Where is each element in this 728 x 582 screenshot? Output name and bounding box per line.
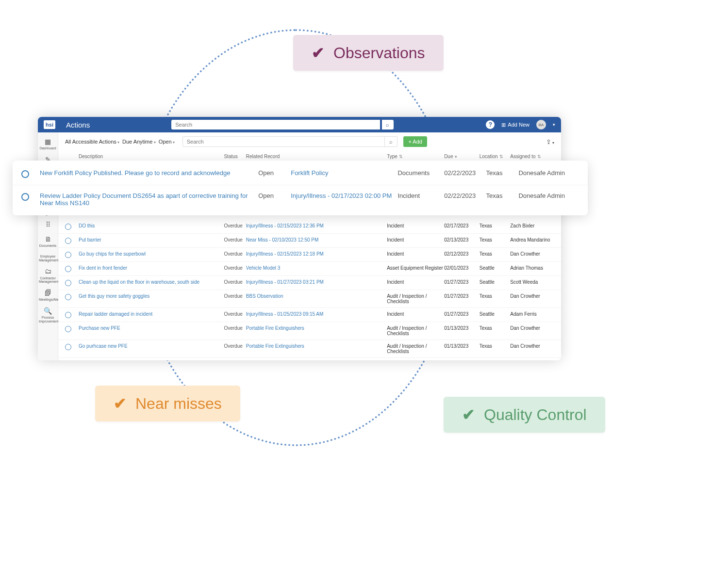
topbar-search-button[interactable]: ⌕: [382, 120, 394, 129]
table-row[interactable]: Repair ladder damaged in incident Overdu…: [58, 308, 561, 322]
check-icon: ✔: [462, 405, 475, 424]
row-location: Seattle: [480, 311, 511, 317]
row-assigned: Donesafe Admin: [518, 192, 579, 199]
table-row[interactable]: DO this Overdue Injury/Illness - 02/15/2…: [58, 220, 561, 234]
filters-search-container: ⌕: [182, 136, 398, 147]
table-row[interactable]: Fix dent in front fender Overdue Vehicle…: [58, 262, 561, 276]
row-description[interactable]: Go purhcase new PFE: [79, 343, 224, 349]
sidebar-icon: 🗐: [39, 290, 57, 297]
row-status-toggle[interactable]: [65, 312, 71, 318]
row-status-toggle[interactable]: [65, 266, 71, 272]
add-button[interactable]: + Add: [403, 136, 427, 147]
sort-icon[interactable]: ⇅: [399, 154, 403, 159]
add-new-button[interactable]: ⊞ Add New: [501, 122, 529, 128]
row-related[interactable]: Near Miss - 02/10/2023 12:50 PM: [246, 237, 387, 242]
table-row[interactable]: Go purhcase new PFE Overdue Portable Fir…: [58, 340, 561, 358]
table-row[interactable]: Clean up the liquid on the floor in ware…: [58, 276, 561, 290]
row-status-toggle[interactable]: [65, 280, 71, 286]
sidebar-label: Meetings/Alert: [39, 298, 61, 301]
sidebar-label: Documents: [39, 244, 56, 247]
filter-due-anytime[interactable]: Due Anytime: [122, 139, 156, 145]
th-type[interactable]: Type ⇅: [387, 154, 444, 159]
row-assigned: Dan Crowther: [510, 343, 554, 349]
row-status: Overdue: [224, 223, 246, 228]
topbar-search-input[interactable]: [171, 120, 380, 129]
row-type: Incident: [397, 192, 444, 199]
filter-all-accessible[interactable]: All Accessible Actions: [65, 139, 119, 145]
row-status: Overdue: [224, 343, 246, 349]
row-assigned: Adam Ferris: [510, 311, 554, 317]
row-type: Incident: [387, 311, 444, 317]
row-description[interactable]: Review Ladder Policy Document DS2654 as …: [40, 192, 258, 207]
row-status-toggle[interactable]: [21, 193, 29, 201]
row-status: Overdue: [224, 265, 246, 271]
row-related[interactable]: Injury/Illness - 02/15/2023 12:18 PM: [246, 251, 387, 257]
row-description[interactable]: Get this guy more safety goggles: [79, 293, 224, 299]
row-status-toggle[interactable]: [21, 170, 29, 178]
row-related[interactable]: Injury/Illness - 02/17/2023 02:00 PM: [291, 192, 397, 199]
row-status-toggle[interactable]: [65, 252, 71, 258]
highlighted-row[interactable]: New Forklift Policy Published. Please go…: [13, 162, 588, 185]
highlighted-row[interactable]: Review Ladder Policy Document DS2654 as …: [13, 185, 588, 213]
sidebar-item[interactable]: 🔍Process Improvement: [38, 305, 58, 326]
row-description[interactable]: New Forklift Policy Published. Please go…: [40, 169, 258, 177]
row-related[interactable]: Injury/Illness - 01/25/2023 09:15 AM: [246, 311, 387, 317]
row-related[interactable]: Injury/Illness - 01/27/2023 03:21 PM: [246, 279, 387, 285]
sort-icon[interactable]: ⇅: [537, 154, 541, 159]
row-status-toggle[interactable]: [65, 224, 71, 230]
row-type: Audit / Inspection / Checklists: [387, 325, 444, 336]
row-due: 02/13/2023: [444, 237, 480, 242]
filters-search-input[interactable]: [182, 136, 385, 147]
th-assigned[interactable]: Assigned to ⇅: [510, 154, 554, 159]
row-description[interactable]: Go buy chips for the superbowl: [79, 251, 224, 257]
chevron-down-icon[interactable]: ▾: [455, 154, 457, 159]
th-description[interactable]: Description: [79, 154, 224, 159]
filters-search-button[interactable]: ⌕: [385, 136, 397, 147]
row-description[interactable]: Clean up the liquid on the floor in ware…: [79, 279, 224, 285]
row-related[interactable]: Portable Fire Extinguishers: [246, 325, 387, 331]
row-due: 02/01/2023: [444, 265, 480, 271]
help-icon[interactable]: ?: [486, 120, 495, 129]
table-row[interactable]: Order Large Gloves Overdue Behavior Base…: [58, 358, 561, 360]
row-related[interactable]: BBS Observation: [246, 293, 387, 299]
sort-icon[interactable]: ⇅: [499, 154, 503, 159]
row-status: Overdue: [224, 311, 246, 317]
row-description[interactable]: Fix dent in front fender: [79, 265, 224, 271]
row-status-toggle[interactable]: [65, 344, 71, 350]
table-row[interactable]: Go buy chips for the superbowl Overdue I…: [58, 248, 561, 262]
row-related[interactable]: Portable Fire Extinguishers: [246, 343, 387, 349]
row-location: Texas: [480, 237, 511, 242]
row-related[interactable]: Forklift Policy: [291, 169, 397, 177]
th-related[interactable]: Related Record: [246, 154, 387, 159]
sidebar-item[interactable]: 🗂Contractor Management: [38, 265, 58, 287]
sidebar-item[interactable]: 🗎Documents: [38, 233, 58, 251]
row-description[interactable]: Repair ladder damaged in incident: [79, 311, 224, 317]
avatar[interactable]: BA: [536, 120, 546, 129]
avatar-dropdown-icon[interactable]: ▾: [553, 122, 555, 127]
th-location[interactable]: Location ⇅: [480, 154, 511, 159]
sidebar-icon: ⠿: [39, 221, 57, 228]
row-description[interactable]: Purchase new PFE: [79, 325, 224, 331]
row-status-toggle[interactable]: [65, 294, 71, 300]
row-description[interactable]: Put barrier: [79, 237, 224, 242]
sidebar-item[interactable]: 🗐Meetings/Alert: [38, 287, 58, 305]
export-icon[interactable]: ⇪: [546, 138, 554, 146]
page-title: Actions: [66, 121, 90, 129]
table-row[interactable]: Put barrier Overdue Near Miss - 02/10/20…: [58, 234, 561, 248]
table-row[interactable]: Purchase new PFE Overdue Portable Fire E…: [58, 322, 561, 340]
row-related[interactable]: Injury/Illness - 02/15/2023 12:36 PM: [246, 223, 387, 228]
th-status[interactable]: Status: [224, 154, 246, 159]
row-description[interactable]: DO this: [79, 223, 224, 228]
row-assigned: Andrea Mandarino: [510, 237, 554, 242]
table-row[interactable]: Get this guy more safety goggles Overdue…: [58, 290, 561, 308]
logo[interactable]: hsi: [44, 120, 55, 129]
filter-open[interactable]: Open: [159, 139, 175, 145]
th-due[interactable]: Due ▾: [444, 154, 480, 159]
row-assigned: Dan Crowther: [510, 293, 554, 299]
sidebar-item[interactable]: ⠿: [38, 218, 58, 232]
sidebar-item[interactable]: Employee Management: [38, 251, 58, 265]
sidebar-item[interactable]: ▦Dashboard: [38, 135, 58, 153]
row-related[interactable]: Vehicle Model 3: [246, 265, 387, 271]
row-status-toggle[interactable]: [65, 238, 71, 244]
row-status-toggle[interactable]: [65, 326, 71, 332]
